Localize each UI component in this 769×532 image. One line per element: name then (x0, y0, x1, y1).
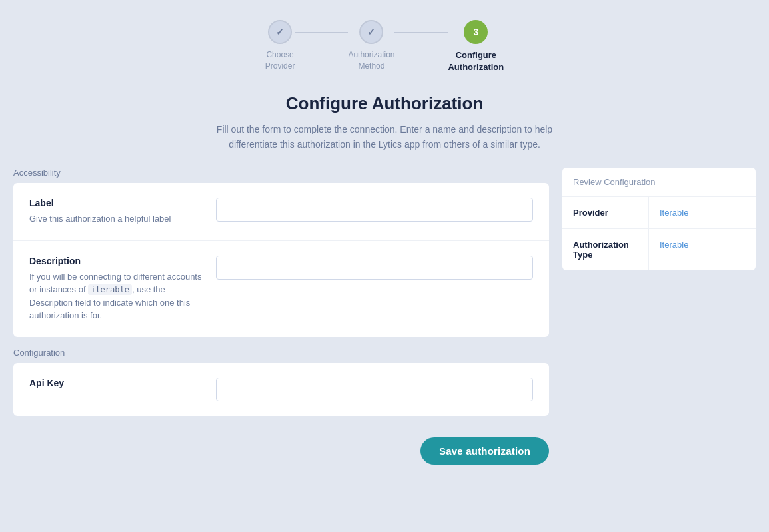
description-field-row: Description If you will be connecting to… (13, 241, 549, 337)
step-label-authorization-method: AuthorizationMethod (348, 49, 394, 72)
review-value-auth-type: Iterable (649, 229, 756, 270)
step-choose-provider: ✓ ChooseProvider (265, 20, 295, 72)
description-field-info: Description If you will be connecting to… (29, 256, 216, 322)
review-row-auth-type: Authorization Type Iterable (562, 229, 756, 270)
label-field-input-wrapper (216, 198, 533, 222)
label-field-label: Label (29, 198, 203, 208)
step-connector-2 (394, 32, 448, 33)
iterable-code: iterable (88, 284, 132, 295)
review-key-provider: Provider (562, 197, 649, 228)
label-input[interactable] (216, 198, 533, 222)
save-authorization-button[interactable]: Save authorization (420, 437, 549, 465)
step-connector-1 (295, 32, 348, 33)
step-circle-authorization-method: ✓ (359, 20, 383, 44)
description-field-input-wrapper (216, 256, 533, 280)
step-label-configure-authorization: ConfigureAuthorization (448, 49, 504, 73)
label-field-row: Label Give this authorization a helpful … (13, 183, 549, 241)
label-field-info: Label Give this authorization a helpful … (29, 198, 216, 226)
configuration-card: Api Key (13, 363, 549, 416)
check-icon: ✓ (276, 27, 284, 37)
api-key-input[interactable] (216, 378, 533, 401)
description-input[interactable] (216, 256, 533, 280)
api-key-field-row: Api Key (13, 363, 549, 416)
step-circle-choose-provider: ✓ (268, 20, 292, 44)
review-value-provider: Iterable (649, 197, 756, 228)
page-header: Configure Authorization Fill out the for… (13, 93, 756, 152)
stepper: ✓ ChooseProvider ✓ AuthorizationMethod 3… (13, 13, 756, 73)
step-label-choose-provider: ChooseProvider (265, 49, 295, 72)
right-section: Review Configuration Provider Iterable A… (562, 168, 756, 270)
label-field-desc: Give this authorization a helpful label (29, 212, 203, 226)
page-title: Configure Authorization (13, 93, 756, 114)
accessibility-section-label: Accessibility (13, 168, 549, 178)
content-area: Accessibility Label Give this authorizat… (13, 168, 756, 465)
step-configure-authorization: 3 ConfigureAuthorization (448, 20, 504, 73)
api-key-field-label: Api Key (29, 378, 203, 388)
check-icon-2: ✓ (367, 27, 375, 37)
footer: Save authorization (13, 427, 549, 465)
review-row-provider: Provider Iterable (562, 197, 756, 229)
page-subtitle: Fill out the form to complete the connec… (198, 122, 571, 152)
api-key-field-input-wrapper (216, 378, 533, 401)
api-key-field-info: Api Key (29, 378, 216, 392)
step-number: 3 (473, 27, 478, 37)
accessibility-card: Label Give this authorization a helpful … (13, 183, 549, 337)
step-authorization-method: ✓ AuthorizationMethod (348, 20, 394, 72)
step-circle-configure-authorization: 3 (464, 20, 488, 44)
left-section: Accessibility Label Give this authorizat… (13, 168, 549, 465)
page-wrapper: ✓ ChooseProvider ✓ AuthorizationMethod 3… (0, 0, 769, 532)
configuration-section-label: Configuration (13, 348, 549, 358)
description-field-label: Description (29, 256, 203, 266)
description-field-desc: If you will be connecting to different a… (29, 270, 203, 322)
review-card: Review Configuration Provider Iterable A… (562, 168, 756, 270)
review-header: Review Configuration (562, 168, 756, 197)
review-key-auth-type: Authorization Type (562, 229, 649, 270)
